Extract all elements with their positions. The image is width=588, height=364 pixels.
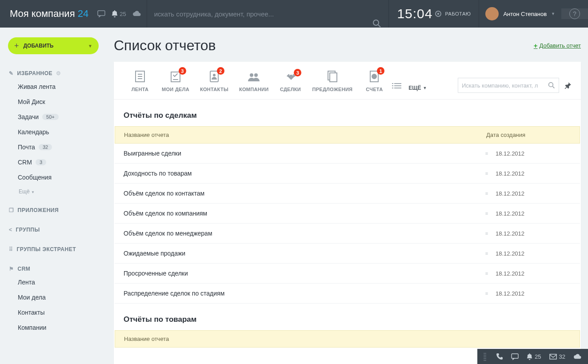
logo[interactable]: Моя компания 24	[0, 8, 97, 20]
pin-icon: ✎	[9, 70, 14, 76]
svg-point-1	[373, 20, 379, 25]
tab-icon: 3	[169, 70, 182, 83]
sidebar-section-crm[interactable]: ⚑ CRM	[0, 261, 107, 275]
svg-rect-0	[98, 11, 105, 16]
count-badge: 3	[294, 69, 301, 76]
work-status[interactable]: РАБОТАЮ	[435, 11, 479, 17]
sidebar-item[interactable]: Календарь	[0, 124, 107, 140]
tab-icon: 2	[208, 70, 220, 83]
flag-icon: ⚑	[9, 266, 14, 272]
svg-rect-3	[171, 72, 180, 82]
crm-tab[interactable]: КОМПАНИИ	[234, 72, 274, 99]
drag-icon[interactable]: ≡	[478, 211, 496, 216]
svg-rect-14	[512, 353, 518, 358]
report-row[interactable]: Распределение сделок по стадиям≡18.12.20…	[115, 284, 580, 304]
tab-icon: 3	[284, 72, 297, 83]
avatar	[485, 7, 499, 20]
count-badge: 3	[36, 159, 46, 165]
cloud-icon[interactable]	[132, 11, 141, 17]
sidebar-section-extranet[interactable]: ⠿ ГРУППЫ ЭКСТРАНЕТ	[0, 242, 107, 255]
plus-icon: +	[534, 42, 538, 49]
sidebar-item[interactable]: Почта32	[0, 140, 107, 155]
bottom-bar: 25 32	[477, 349, 588, 364]
tab-icon	[327, 70, 338, 83]
crm-search[interactable]	[458, 78, 559, 93]
global-search-input[interactable]	[154, 10, 367, 18]
sidebar-section-groups[interactable]: < ГРУППЫ	[0, 222, 107, 236]
drag-icon[interactable]: ≡	[478, 251, 496, 256]
report-row[interactable]: Ожидаемые продажи≡18.12.2012	[115, 244, 580, 264]
report-row[interactable]: Объём сделок по компаниям≡18.12.2012	[115, 204, 580, 224]
drag-icon[interactable]: ≡	[478, 231, 496, 236]
page-title: Список отчетов	[114, 37, 216, 54]
report-row[interactable]: Объём сделок по контактам≡18.12.2012	[115, 184, 580, 204]
crm-search-input[interactable]	[462, 82, 548, 89]
tab-icon	[134, 70, 146, 83]
svg-point-7	[254, 73, 258, 77]
crm-tab-more[interactable]	[391, 83, 405, 99]
count-badge: 32	[39, 144, 52, 150]
svg-point-6	[250, 73, 253, 77]
bbar-chat[interactable]	[511, 353, 519, 360]
count-badge: 3	[179, 67, 186, 75]
share-icon: <	[9, 227, 12, 233]
crm-tab[interactable]: 2КОНТАКТЫ	[195, 70, 234, 99]
add-report-link[interactable]: + Добавить отчет	[534, 42, 581, 49]
bbar-cloud[interactable]	[573, 354, 582, 360]
report-row[interactable]: Просроченные сделки≡18.12.2012	[115, 264, 580, 284]
crm-tab[interactable]: 3СДЕЛКИ	[274, 72, 307, 99]
table-header: Название отчета Дата создания	[115, 126, 580, 144]
search-icon[interactable]	[372, 19, 381, 28]
pin-icon[interactable]	[564, 82, 571, 89]
gear-icon[interactable]: ⚙	[56, 70, 61, 76]
list-icon	[394, 83, 401, 88]
add-button[interactable]: + ДОБАВИТЬ ▼	[8, 37, 99, 54]
sidebar-section-apps[interactable]: ❒ ПРИЛОЖЕНИЯ	[0, 203, 107, 216]
crm-tab[interactable]: 3МОИ ДЕЛА	[156, 70, 195, 99]
drag-icon[interactable]: ≡	[478, 171, 496, 176]
sidebar-item[interactable]: Мой Диск	[0, 94, 107, 109]
sidebar-item[interactable]: Сообщения	[0, 170, 107, 185]
help-button[interactable]: ?	[561, 8, 588, 19]
crm-tab[interactable]: ЛЕНТА	[124, 70, 156, 99]
apps-icon: ❒	[9, 207, 14, 213]
report-row[interactable]: Доходность по товарам≡18.12.2012	[115, 164, 580, 184]
report-row[interactable]: Выигранные сделки≡18.12.2012	[115, 144, 580, 164]
sidebar-item[interactable]: Контакты	[0, 305, 107, 320]
tab-icon	[247, 72, 260, 83]
crm-tab[interactable]: $1СЧЕТА	[358, 70, 391, 99]
section-title-products: Отчёты по товарам	[114, 315, 581, 330]
sidebar-item[interactable]: CRM3	[0, 155, 107, 170]
drag-icon[interactable]: ≡	[478, 151, 496, 156]
count-badge: 2	[217, 67, 224, 75]
drag-icon[interactable]: ≡	[478, 291, 496, 296]
svg-point-13	[549, 83, 553, 87]
sidebar-section-favorites[interactable]: ✎ ИЗБРАННОЕ ⚙	[0, 66, 107, 79]
plus-icon: +	[14, 41, 19, 51]
drag-icon[interactable]: ≡	[478, 271, 496, 276]
svg-rect-9	[330, 73, 337, 82]
sidebar-item[interactable]: Задачи50+	[0, 109, 107, 124]
bbar-phone[interactable]	[496, 353, 503, 360]
count-badge: 1	[377, 67, 384, 75]
sidebar-item[interactable]: Живая лента	[0, 79, 107, 94]
notifications-icon[interactable]: 25	[112, 10, 126, 17]
svg-point-5	[213, 74, 216, 76]
grid-icon: ⠿	[9, 246, 13, 252]
bbar-mail[interactable]: 32	[549, 353, 565, 360]
crm-tab[interactable]: ПРЕДЛОЖЕНИЯ	[307, 70, 358, 99]
search-icon[interactable]	[548, 82, 555, 89]
sidebar-item[interactable]: Мои дела	[0, 290, 107, 305]
user-menu[interactable]: Антон Степанов ▼	[479, 7, 561, 20]
report-row[interactable]: Объём сделок по менеджерам≡18.12.2012	[115, 224, 580, 244]
sidebar-item[interactable]: Лента	[0, 275, 107, 290]
pause-icon	[435, 11, 441, 17]
bbar-notifications[interactable]: 25	[527, 353, 541, 360]
sidebar-more[interactable]: Ещё ▼	[0, 185, 107, 203]
crm-tab-more-label[interactable]: ЕЩЁ ▼	[405, 85, 430, 99]
drag-icon[interactable]: ≡	[478, 191, 496, 196]
grip-icon[interactable]	[484, 352, 486, 361]
sidebar-item[interactable]: Компании	[0, 320, 107, 335]
clock: 15:04	[389, 6, 435, 21]
messages-icon[interactable]	[97, 10, 105, 17]
